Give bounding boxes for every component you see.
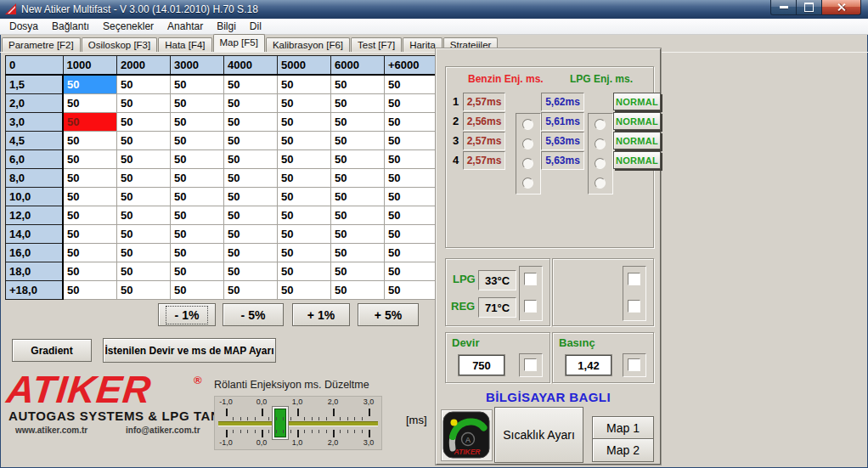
map-cell[interactable]: 50 [331,206,385,225]
close-button[interactable] [821,0,861,15]
map-cell[interactable]: 50 [63,132,117,150]
map-cell[interactable]: 50 [63,113,117,132]
map-cell[interactable]: 50 [63,206,117,225]
map-cell[interactable]: 50 [63,262,117,281]
map-cell[interactable]: 50 [331,244,385,262]
map-cell[interactable]: 50 [224,188,278,206]
map-cell[interactable]: 50 [331,225,385,244]
map-cell[interactable]: 50 [278,132,331,150]
tab-map[interactable]: Map [F5] [213,34,265,52]
map-adjust-button[interactable]: İstenilen Devir ve ms de MAP Ayarı [103,338,276,363]
map-cell[interactable]: 50 [278,281,331,300]
map-cell[interactable]: 50 [385,94,438,113]
menu-item-baglanti[interactable]: Bağlantı [45,19,96,34]
minus-1-percent-button[interactable]: - 1% [158,303,216,326]
map-cell[interactable]: 50 [224,94,278,113]
plus-5-percent-button[interactable]: + 5% [358,303,419,326]
map-cell[interactable]: 50 [171,244,224,262]
map-cell[interactable]: 50 [117,132,171,150]
map-cell[interactable]: 50 [117,262,171,281]
map-cell[interactable]: 50 [171,262,224,281]
benzin-radio-3[interactable] [522,158,533,169]
map1-button[interactable]: Map 1 [592,416,654,440]
map-cell[interactable]: 50 [63,188,117,206]
map-cell[interactable]: 50 [117,281,171,300]
map-cell[interactable]: 50 [224,132,278,150]
plus-1-percent-button[interactable]: + 1% [292,303,350,326]
lpg-radio-3[interactable] [595,158,606,169]
map-cell[interactable]: 50 [331,281,385,300]
map-cell[interactable]: 50 [385,225,438,244]
map-cell[interactable]: 50 [385,132,438,150]
slider-track[interactable] [218,421,378,426]
map-cell[interactable]: 50 [171,206,224,225]
map-cell[interactable]: 50 [224,262,278,281]
map-cell[interactable]: 50 [224,225,278,244]
menu-item-dil[interactable]: Dil [243,19,268,34]
map-cell[interactable]: 50 [385,206,438,225]
injector-status-button[interactable]: NORMAL [613,112,661,130]
rpm-checkbox[interactable] [524,358,537,371]
map-cell[interactable]: 50 [171,225,224,244]
aux-checkbox-1[interactable] [628,273,640,285]
map-cell[interactable]: 50 [117,113,171,132]
pressure-checkbox[interactable] [628,358,640,371]
tab-osiloskop[interactable]: Osiloskop [F3] [82,37,158,52]
map-cell[interactable]: 50 [63,281,117,300]
reg-temp-checkbox[interactable] [524,300,537,313]
map-cell[interactable]: 50 [224,150,278,169]
map-cell[interactable]: 50 [171,169,224,188]
map-cell[interactable]: 50 [278,169,331,188]
gauge-button[interactable]: A ATIKER [441,409,493,461]
map-cell[interactable]: 50 [63,94,117,113]
map2-button[interactable]: Map 2 [592,438,654,462]
map-cell[interactable]: 50 [117,94,171,113]
map-cell[interactable]: 50 [63,169,117,188]
tab-test[interactable]: Test [F7] [351,37,402,52]
map-cell[interactable]: 50 [63,75,117,94]
map-cell[interactable]: 50 [278,188,331,206]
map-cell[interactable]: 50 [224,75,278,94]
menu-item-anahtar[interactable]: Anahtar [161,19,210,34]
map-cell[interactable]: 50 [117,244,171,262]
map-cell[interactable]: 50 [331,94,385,113]
map-cell[interactable]: 50 [385,113,438,132]
map-cell[interactable]: 50 [171,113,224,132]
injector-status-button[interactable]: NORMAL [613,151,661,169]
map-cell[interactable]: 50 [331,169,385,188]
tab-hata[interactable]: Hata [F4] [158,37,211,52]
map-cell[interactable]: 50 [278,150,331,169]
temperature-setting-button[interactable]: Sıcaklık Ayarı [494,407,583,463]
map-cell[interactable]: 50 [385,150,438,169]
minimize-button[interactable] [770,0,797,15]
gradient-button[interactable]: Gradient [12,339,92,362]
map-cell[interactable]: 50 [171,150,224,169]
map-cell[interactable]: 50 [278,113,331,132]
map-cell[interactable]: 50 [117,75,171,94]
slider-thumb[interactable] [273,407,288,439]
map-cell[interactable]: 50 [331,113,385,132]
injector-status-button[interactable]: NORMAL [613,93,661,110]
aux-checkbox-2[interactable] [628,300,640,313]
maximize-button[interactable] [797,0,821,15]
map-cell[interactable]: 50 [117,188,171,206]
map-cell[interactable]: 50 [278,206,331,225]
lpg-radio-4[interactable] [595,178,606,189]
map-cell[interactable]: 50 [224,113,278,132]
map-cell[interactable]: 50 [63,244,117,262]
injector-status-button[interactable]: NORMAL [613,132,661,149]
tab-parametre[interactable]: Parametre [F2] [2,37,81,52]
map-cell[interactable]: 50 [63,150,117,169]
map-cell[interactable]: 50 [385,281,438,300]
map-cell[interactable]: 50 [117,169,171,188]
map-cell[interactable]: 50 [278,262,331,281]
map-cell[interactable]: 50 [331,75,385,94]
map-cell[interactable]: 50 [331,188,385,206]
map-cell[interactable]: 50 [331,262,385,281]
map-cell[interactable]: 50 [278,244,331,262]
lpg-temp-checkbox[interactable] [524,273,537,285]
map-cell[interactable]: 50 [385,244,438,262]
lpg-radio-1[interactable] [595,119,606,130]
map-cell[interactable]: 50 [171,281,224,300]
map-cell[interactable]: 50 [385,169,438,188]
